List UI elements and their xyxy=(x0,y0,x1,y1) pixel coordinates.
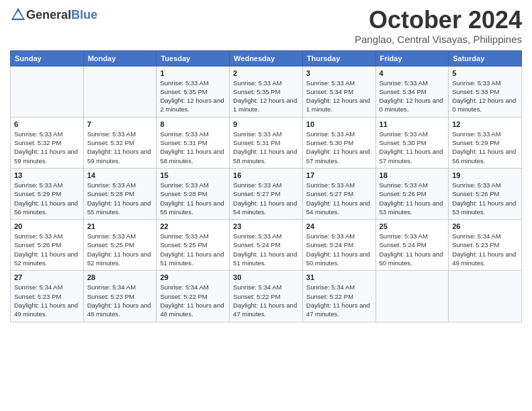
logo-text-blue: Blue xyxy=(71,8,97,21)
cell-week5-day4: 31Sunrise: 5:34 AM Sunset: 5:22 PM Dayli… xyxy=(302,271,375,322)
logo-text-general: General xyxy=(26,8,71,21)
day-number: 30 xyxy=(233,273,299,281)
day-detail: Sunrise: 5:33 AM Sunset: 5:24 PM Dayligh… xyxy=(306,232,372,267)
day-detail: Sunrise: 5:33 AM Sunset: 5:24 PM Dayligh… xyxy=(233,232,299,267)
day-number: 25 xyxy=(380,222,445,230)
day-number: 4 xyxy=(380,69,445,77)
day-detail: Sunrise: 5:33 AM Sunset: 5:26 PM Dayligh… xyxy=(452,181,518,216)
cell-week3-day3: 16Sunrise: 5:33 AM Sunset: 5:27 PM Dayli… xyxy=(230,168,303,219)
week-row-4: 20Sunrise: 5:33 AM Sunset: 5:26 PM Dayli… xyxy=(11,220,522,271)
day-number: 27 xyxy=(14,273,80,281)
cell-week5-day1: 28Sunrise: 5:34 AM Sunset: 5:23 PM Dayli… xyxy=(83,271,157,322)
day-detail: Sunrise: 5:33 AM Sunset: 5:30 PM Dayligh… xyxy=(306,130,372,165)
cell-week2-day1: 7Sunrise: 5:33 AM Sunset: 5:32 PM Daylig… xyxy=(83,117,157,168)
day-detail: Sunrise: 5:33 AM Sunset: 5:30 PM Dayligh… xyxy=(380,130,445,165)
logo: GeneralBlue xyxy=(10,7,97,23)
day-number: 28 xyxy=(87,273,153,281)
cell-week1-day4: 3Sunrise: 5:33 AM Sunset: 5:34 PM Daylig… xyxy=(302,66,375,117)
day-number: 20 xyxy=(14,222,80,230)
day-number: 1 xyxy=(160,69,226,77)
day-number: 10 xyxy=(306,120,372,128)
calendar-table: Sunday Monday Tuesday Wednesday Thursday… xyxy=(10,50,522,322)
day-number: 5 xyxy=(452,69,518,77)
day-number: 22 xyxy=(160,222,226,230)
day-number: 7 xyxy=(87,120,153,128)
day-detail: Sunrise: 5:33 AM Sunset: 5:29 PM Dayligh… xyxy=(452,130,518,165)
day-detail: Sunrise: 5:33 AM Sunset: 5:35 PM Dayligh… xyxy=(160,79,226,114)
cell-week3-day6: 19Sunrise: 5:33 AM Sunset: 5:26 PM Dayli… xyxy=(449,168,522,219)
header-monday: Monday xyxy=(83,50,157,66)
cell-week3-day5: 18Sunrise: 5:33 AM Sunset: 5:26 PM Dayli… xyxy=(375,168,449,219)
cell-week4-day4: 24Sunrise: 5:33 AM Sunset: 5:24 PM Dayli… xyxy=(302,220,375,271)
day-detail: Sunrise: 5:33 AM Sunset: 5:27 PM Dayligh… xyxy=(233,181,299,216)
week-row-2: 6Sunrise: 5:33 AM Sunset: 5:32 PM Daylig… xyxy=(11,117,522,168)
day-number: 9 xyxy=(233,120,299,128)
cell-week1-day2: 1Sunrise: 5:33 AM Sunset: 5:35 PM Daylig… xyxy=(157,66,230,117)
cell-week2-day5: 11Sunrise: 5:33 AM Sunset: 5:30 PM Dayli… xyxy=(375,117,449,168)
cell-week3-day0: 13Sunrise: 5:33 AM Sunset: 5:29 PM Dayli… xyxy=(11,168,84,219)
header-wednesday: Wednesday xyxy=(230,50,303,66)
cell-week2-day0: 6Sunrise: 5:33 AM Sunset: 5:32 PM Daylig… xyxy=(11,117,84,168)
cell-week3-day4: 17Sunrise: 5:33 AM Sunset: 5:27 PM Dayli… xyxy=(302,168,375,219)
cell-week4-day6: 26Sunrise: 5:34 AM Sunset: 5:23 PM Dayli… xyxy=(449,220,522,271)
day-number: 23 xyxy=(233,222,299,230)
cell-week3-day2: 15Sunrise: 5:33 AM Sunset: 5:28 PM Dayli… xyxy=(157,168,230,219)
calendar-body: 1Sunrise: 5:33 AM Sunset: 5:35 PM Daylig… xyxy=(11,66,522,322)
day-detail: Sunrise: 5:34 AM Sunset: 5:23 PM Dayligh… xyxy=(452,232,518,267)
day-detail: Sunrise: 5:33 AM Sunset: 5:27 PM Dayligh… xyxy=(306,181,372,216)
day-detail: Sunrise: 5:33 AM Sunset: 5:25 PM Dayligh… xyxy=(160,232,226,267)
day-number: 26 xyxy=(452,222,518,230)
month-title: October 2024 xyxy=(355,7,522,34)
day-number: 21 xyxy=(87,222,153,230)
day-detail: Sunrise: 5:34 AM Sunset: 5:22 PM Dayligh… xyxy=(306,283,372,318)
day-number: 15 xyxy=(160,171,226,179)
day-number: 3 xyxy=(306,69,372,77)
day-detail: Sunrise: 5:33 AM Sunset: 5:25 PM Dayligh… xyxy=(87,232,153,267)
day-detail: Sunrise: 5:33 AM Sunset: 5:26 PM Dayligh… xyxy=(14,232,80,267)
day-detail: Sunrise: 5:33 AM Sunset: 5:31 PM Dayligh… xyxy=(160,130,226,165)
header-tuesday: Tuesday xyxy=(157,50,230,66)
day-number: 8 xyxy=(160,120,226,128)
cell-week5-day5 xyxy=(375,271,449,322)
cell-week2-day3: 9Sunrise: 5:33 AM Sunset: 5:31 PM Daylig… xyxy=(230,117,303,168)
cell-week1-day6: 5Sunrise: 5:33 AM Sunset: 5:33 PM Daylig… xyxy=(449,66,522,117)
week-row-1: 1Sunrise: 5:33 AM Sunset: 5:35 PM Daylig… xyxy=(11,66,522,117)
day-detail: Sunrise: 5:34 AM Sunset: 5:23 PM Dayligh… xyxy=(87,283,153,318)
day-number: 13 xyxy=(14,171,80,179)
day-detail: Sunrise: 5:33 AM Sunset: 5:32 PM Dayligh… xyxy=(87,130,153,165)
day-number: 14 xyxy=(87,171,153,179)
day-detail: Sunrise: 5:34 AM Sunset: 5:23 PM Dayligh… xyxy=(14,283,80,318)
cell-week2-day2: 8Sunrise: 5:33 AM Sunset: 5:31 PM Daylig… xyxy=(157,117,230,168)
day-number: 31 xyxy=(306,273,372,281)
day-detail: Sunrise: 5:34 AM Sunset: 5:22 PM Dayligh… xyxy=(233,283,299,318)
cell-week3-day1: 14Sunrise: 5:33 AM Sunset: 5:28 PM Dayli… xyxy=(83,168,157,219)
cell-week1-day1 xyxy=(83,66,157,117)
day-detail: Sunrise: 5:34 AM Sunset: 5:22 PM Dayligh… xyxy=(160,283,226,318)
day-detail: Sunrise: 5:33 AM Sunset: 5:28 PM Dayligh… xyxy=(87,181,153,216)
cell-week4-day5: 25Sunrise: 5:33 AM Sunset: 5:24 PM Dayli… xyxy=(375,220,449,271)
day-detail: Sunrise: 5:33 AM Sunset: 5:32 PM Dayligh… xyxy=(14,130,80,165)
day-number: 19 xyxy=(452,171,518,179)
general-blue-logo-icon xyxy=(10,7,26,23)
cell-week2-day4: 10Sunrise: 5:33 AM Sunset: 5:30 PM Dayli… xyxy=(302,117,375,168)
week-row-3: 13Sunrise: 5:33 AM Sunset: 5:29 PM Dayli… xyxy=(11,168,522,219)
cell-week5-day2: 29Sunrise: 5:34 AM Sunset: 5:22 PM Dayli… xyxy=(157,271,230,322)
cell-week4-day0: 20Sunrise: 5:33 AM Sunset: 5:26 PM Dayli… xyxy=(11,220,84,271)
title-section: October 2024 Panglao, Central Visayas, P… xyxy=(355,7,522,45)
day-number: 6 xyxy=(14,120,80,128)
day-number: 2 xyxy=(233,69,299,77)
header-saturday: Saturday xyxy=(449,50,522,66)
days-of-week-row: Sunday Monday Tuesday Wednesday Thursday… xyxy=(11,50,522,66)
header-friday: Friday xyxy=(375,50,449,66)
day-number: 16 xyxy=(233,171,299,179)
cell-week4-day3: 23Sunrise: 5:33 AM Sunset: 5:24 PM Dayli… xyxy=(230,220,303,271)
day-number: 18 xyxy=(380,171,445,179)
day-detail: Sunrise: 5:33 AM Sunset: 5:24 PM Dayligh… xyxy=(380,232,445,267)
cell-week1-day3: 2Sunrise: 5:33 AM Sunset: 5:35 PM Daylig… xyxy=(230,66,303,117)
day-detail: Sunrise: 5:33 AM Sunset: 5:35 PM Dayligh… xyxy=(233,79,299,114)
cell-week4-day1: 21Sunrise: 5:33 AM Sunset: 5:25 PM Dayli… xyxy=(83,220,157,271)
day-number: 29 xyxy=(160,273,226,281)
day-detail: Sunrise: 5:33 AM Sunset: 5:34 PM Dayligh… xyxy=(380,79,445,114)
cell-week5-day6 xyxy=(449,271,522,322)
day-detail: Sunrise: 5:33 AM Sunset: 5:28 PM Dayligh… xyxy=(160,181,226,216)
